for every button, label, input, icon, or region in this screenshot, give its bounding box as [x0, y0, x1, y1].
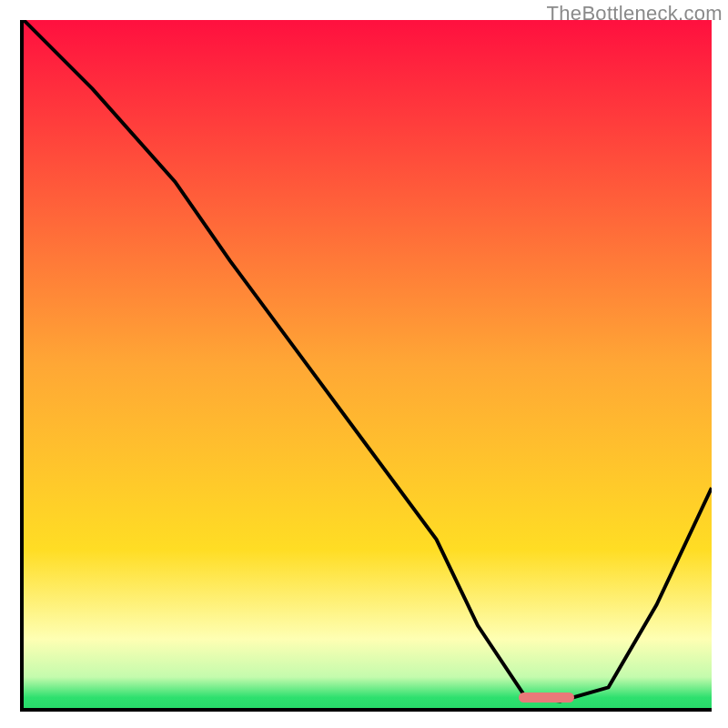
sweet-spot-marker: [519, 693, 573, 703]
chart-container: TheBottleneck.com: [0, 0, 728, 728]
watermark-text: TheBottleneck.com: [547, 2, 723, 25]
bottleneck-curve: [24, 20, 712, 708]
plot-area: [20, 20, 712, 712]
